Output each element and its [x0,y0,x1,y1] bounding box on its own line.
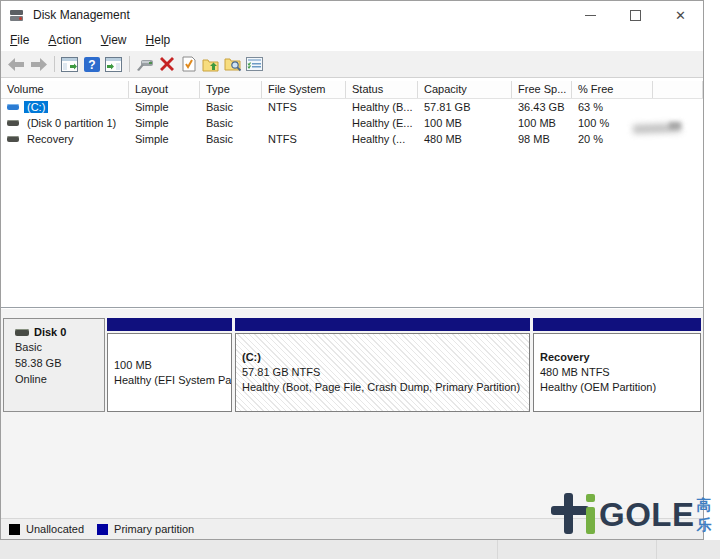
primary-partition-swatch [97,524,108,535]
partition-color-bar [107,318,232,331]
disk-tool-button[interactable] [134,54,155,75]
legend-primary-partition: Primary partition [97,523,194,535]
menu-view[interactable]: View [101,33,127,47]
toolbar-separator [129,56,130,72]
cell-layout: Simple [129,117,200,129]
unallocated-swatch [9,524,20,535]
background-strip [0,540,720,559]
toolbar: ? [1,51,703,78]
check-document-icon [182,56,196,72]
delete-button[interactable] [156,54,177,75]
toolbar-separator [54,56,55,72]
redacted-smudge [669,122,681,129]
background-line [656,540,657,559]
properties-list-button[interactable] [244,54,265,75]
volume-row-recovery[interactable]: Recovery Simple Basic NTFS Healthy (... … [1,131,703,147]
svg-text:?: ? [88,58,95,72]
forward-icon [30,58,47,71]
help-icon: ? [84,57,100,72]
column-header-type[interactable]: Type [200,81,262,98]
column-header-layout[interactable]: Layout [129,81,200,98]
background-line [497,540,498,559]
folder-find-button[interactable] [222,54,243,75]
maximize-button[interactable] [613,1,658,29]
volume-list: (C:) Simple Basic NTFS Healthy (B... 57.… [1,99,703,147]
show-hide-action-pane-button[interactable] [103,54,124,75]
folder-find-icon [224,56,242,72]
properties-list-icon [246,57,263,71]
cell-capacity: 480 MB [418,133,512,145]
disk-name: Disk 0 [34,326,66,338]
volume-name: Recovery [24,133,76,145]
disk-size: 58.38 GB [15,357,104,370]
background-right [704,0,720,540]
column-header-status[interactable]: Status [346,81,418,98]
logo-text: GOLE [599,495,695,535]
disk-management-window: Disk Management ✕ File Action View Help [0,0,704,540]
partition-recovery[interactable]: Recovery 480 MB NTFS Healthy (OEM Partit… [533,318,701,412]
legend-label: Primary partition [114,523,194,535]
column-header-pct-free[interactable]: % Free [572,81,653,98]
show-hide-console-tree-button[interactable] [59,54,80,75]
menu-file[interactable]: File [10,33,29,47]
cell-free-space: 100 MB [512,117,572,129]
back-icon [8,58,25,71]
cell-status: Healthy (... [346,133,418,145]
volume-icon [7,120,19,126]
help-button[interactable]: ? [81,54,102,75]
minimize-button[interactable] [568,1,613,29]
show-hide-console-tree-icon [61,57,78,72]
close-icon: ✕ [675,9,686,22]
back-button[interactable] [6,54,27,75]
disk-tool-icon [136,57,154,71]
partition-c[interactable]: (C:) 57.81 GB NTFS Healthy (Boot, Page F… [235,318,530,412]
partition-status: Healthy (Boot, Page File, Crash Dump, Pr… [242,380,529,395]
menu-help[interactable]: Help [146,33,171,47]
cell-free-space: 98 MB [512,133,572,145]
disk-status: Online [15,373,104,386]
close-button[interactable]: ✕ [658,1,703,29]
window-title: Disk Management [33,8,130,22]
folder-up-button[interactable] [200,54,221,75]
legend-unallocated: Unallocated [9,523,84,535]
partition-status: Healthy (EFI System Pa [114,373,231,388]
folder-up-icon [202,57,219,72]
column-header-volume[interactable]: Volume [1,81,129,98]
cell-file-system: NTFS [262,133,346,145]
disk0-info-panel[interactable]: Disk 0 Basic 58.38 GB Online [3,318,105,412]
partition-efi[interactable]: 100 MB Healthy (EFI System Pa [107,318,232,412]
check-document-button[interactable] [178,54,199,75]
logo-i-icon [586,493,597,535]
menu-action[interactable]: Action [48,33,81,47]
volume-row-c[interactable]: (C:) Simple Basic NTFS Healthy (B... 57.… [1,99,703,115]
delete-icon [160,57,174,71]
minimize-icon [585,15,596,16]
cell-status: Healthy (B... [346,101,418,113]
cell-file-system: NTFS [262,101,346,113]
pane-splitter[interactable] [1,307,703,308]
cell-layout: Simple [129,101,200,113]
disk0-row: Disk 0 Basic 58.38 GB Online 100 MB Heal… [3,318,701,412]
forward-button[interactable] [28,54,49,75]
logo-cross-icon [551,493,591,535]
cell-pct-free: 63 % [572,101,653,113]
show-hide-action-pane-icon [105,57,122,72]
disk-type: Basic [15,341,104,354]
disk-icon [15,329,29,336]
column-header-file-system[interactable]: File System [262,81,346,98]
partition-color-bar [235,318,530,331]
logo-text-chinese: 高乐 [697,495,720,535]
partition-color-bar [533,318,701,331]
title-bar: Disk Management ✕ [1,1,703,29]
volume-list-header: Volume Layout Type File System Status Ca… [1,81,703,99]
column-header-capacity[interactable]: Capacity [418,81,512,98]
disk-management-app-icon [10,9,25,22]
maximize-icon [630,10,641,21]
volume-row-partition1[interactable]: (Disk 0 partition 1) Simple Basic Health… [1,115,703,131]
volume-name: (C:) [24,101,48,113]
partition-name: Recovery [540,350,700,365]
column-header-free-space[interactable]: Free Sp... [512,81,572,98]
column-header-filler [653,81,703,98]
cell-pct-free: 20 % [572,133,653,145]
cell-type: Basic [200,117,262,129]
